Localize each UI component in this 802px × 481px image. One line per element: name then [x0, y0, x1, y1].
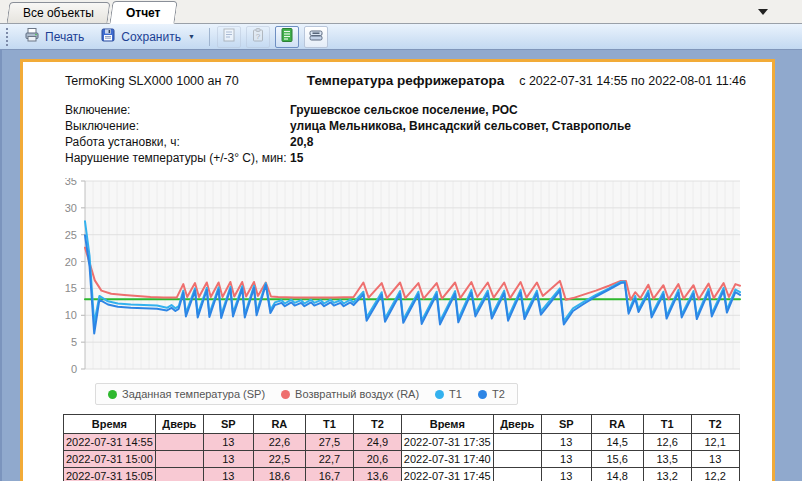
table-cell: 13,6: [353, 468, 401, 481]
table-cell: 12,2: [691, 468, 739, 481]
table-cell: 22,5: [253, 451, 305, 468]
chart-canvas: 05101520253035: [43, 178, 755, 376]
table-cell: 13: [203, 434, 253, 451]
table-cell: 2022-07-31 14:55: [64, 434, 156, 451]
info-value: Грушевское сельское поселение, РОС: [290, 102, 518, 118]
svg-text:20: 20: [65, 256, 77, 268]
table-column-header: T1: [305, 415, 353, 434]
info-label: Нарушение температуры (+/-3° C), мин:: [65, 150, 290, 166]
table-cell: 13,2: [643, 468, 691, 481]
table-cell: 13: [541, 434, 591, 451]
temperature-chart: 05101520253035 Заданная температура (SP)…: [43, 178, 755, 405]
info-row: Работа установки, ч: 20,8: [65, 134, 772, 150]
table-cell: 16,7: [305, 468, 353, 481]
legend-color-dot-icon: [435, 390, 444, 399]
table-cell: 24,9: [353, 434, 401, 451]
device-name: TermoKing SLX000 1000 ан 70: [65, 74, 307, 88]
table-cell: 13: [203, 451, 253, 468]
legend-label: T1: [449, 388, 462, 400]
report-header: TermoKing SLX000 1000 ан 70 Температура …: [65, 73, 746, 88]
tab-report[interactable]: Отчет: [109, 1, 177, 24]
table-column-header: RA: [591, 415, 643, 434]
toolbar: Печать Сохранить ▼: [0, 24, 802, 50]
legend-label: Заданная температура (SP): [122, 388, 265, 400]
legend-label: Возвратный воздух (RA): [295, 388, 419, 400]
svg-text:30: 30: [65, 202, 77, 214]
table-cell: 2022-07-31 15:00: [64, 451, 156, 468]
svg-text:10: 10: [65, 309, 77, 321]
legend-color-dot-icon: [478, 390, 487, 399]
table-column-header: T1: [643, 415, 691, 434]
table-cell: [493, 468, 541, 481]
table-cell: 20,6: [353, 451, 401, 468]
report-settings-button: [217, 26, 241, 48]
document-lines-icon: [221, 27, 237, 46]
info-value: улица Мельникова, Винсадский сельсовет, …: [290, 118, 631, 134]
table-row: 2022-07-31 14:551322,627,524,92022-07-31…: [64, 434, 740, 451]
table-column-header: T2: [691, 415, 739, 434]
clipboard-question-icon: ?: [250, 27, 266, 46]
table-cell: 14,8: [591, 468, 643, 481]
tab-report-label: Отчет: [126, 6, 161, 20]
table-cell: 13: [203, 468, 253, 481]
report-table: ВремяДверьSPRAT1T2ВремяДверьSPRAT1T22022…: [63, 414, 740, 481]
report-date-range: с 2022-07-31 14:55 по 2022-08-01 11:46: [504, 74, 746, 88]
table-cell: 2022-07-31 17:45: [401, 468, 493, 481]
table-column-header: T2: [353, 415, 401, 434]
table-cell: 2022-07-31 15:05: [64, 468, 156, 481]
save-dropdown-arrow-icon[interactable]: ▼: [188, 33, 195, 40]
table-cell: 13: [541, 468, 591, 481]
table-cell: 13: [691, 451, 739, 468]
table-cell: 15,6: [591, 451, 643, 468]
help-button: ?: [246, 26, 270, 48]
table-cell: 22,7: [305, 451, 353, 468]
svg-text:15: 15: [65, 282, 77, 294]
table-column-header: SP: [541, 415, 591, 434]
table-cell: 13: [541, 451, 591, 468]
info-label: Работа установки, ч:: [65, 134, 290, 150]
tab-all-objects[interactable]: Все объекты: [7, 2, 111, 23]
tabs-overflow-chevron-icon[interactable]: [758, 9, 768, 15]
printer-tray-icon: [308, 27, 324, 46]
page-layout-button[interactable]: [304, 26, 328, 48]
table-cell: 14,5: [591, 434, 643, 451]
table-cell: [155, 434, 203, 451]
table-cell: 2022-07-31 17:40: [401, 451, 493, 468]
svg-text:?: ?: [256, 32, 261, 41]
table-cell: [155, 451, 203, 468]
info-value: 15: [290, 150, 303, 166]
save-icon: [100, 27, 116, 46]
table-column-header: RA: [253, 415, 305, 434]
table-column-header: Дверь: [155, 415, 203, 434]
table-cell: [493, 451, 541, 468]
legend-color-dot-icon: [281, 390, 290, 399]
green-report-icon: [279, 27, 295, 46]
table-column-header: SP: [203, 415, 253, 434]
info-label: Выключение:: [65, 118, 290, 134]
svg-text:25: 25: [65, 229, 77, 241]
legend-item: Заданная температура (SP): [108, 388, 265, 400]
print-button[interactable]: Печать: [17, 24, 91, 49]
print-button-label: Печать: [45, 30, 84, 44]
report-view-button[interactable]: [275, 26, 299, 48]
info-label: Включение:: [65, 102, 290, 118]
table-column-header: Дверь: [493, 415, 541, 434]
toolbar-grip[interactable]: [6, 28, 11, 46]
report-page: TermoKing SLX000 1000 ан 70 Температура …: [20, 59, 775, 481]
table-cell: 13,5: [643, 451, 691, 468]
chart-legend: Заданная температура (SP)Возвратный возд…: [95, 383, 518, 405]
legend-item: Возвратный воздух (RA): [281, 388, 419, 400]
table-cell: 12,1: [691, 434, 739, 451]
report-viewport: TermoKing SLX000 1000 ан 70 Температура …: [0, 50, 802, 481]
table-cell: 27,5: [305, 434, 353, 451]
svg-text:5: 5: [71, 336, 77, 348]
table-header-row: ВремяДверьSPRAT1T2ВремяДверьSPRAT1T2: [64, 415, 740, 434]
save-button[interactable]: Сохранить ▼: [93, 24, 202, 49]
table-column-header: Время: [401, 415, 493, 434]
svg-text:35: 35: [65, 178, 77, 187]
page-title: Температура рефрижератора: [307, 73, 504, 88]
legend-item: T1: [435, 388, 462, 400]
legend-label: T2: [492, 388, 505, 400]
printer-icon: [24, 27, 40, 46]
table-cell: 18,6: [253, 468, 305, 481]
